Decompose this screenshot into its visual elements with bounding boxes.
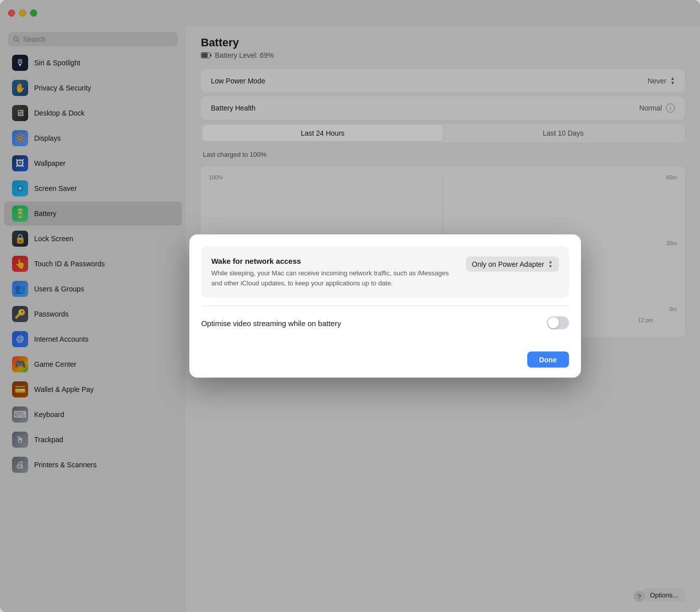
modal-divider: [201, 306, 569, 307]
system-settings-window: Search 🎙 Siri & Spotlight ✋ Privacy & Se…: [0, 0, 700, 612]
wake-row: Wake for network access While sleeping, …: [211, 257, 559, 288]
wake-stepper: ▲ ▼: [548, 260, 553, 269]
done-button[interactable]: Done: [527, 352, 569, 368]
wake-select-value: Only on Power Adapter: [472, 260, 544, 268]
wake-select[interactable]: Only on Power Adapter ▲ ▼: [466, 257, 559, 272]
modal-content: Wake for network access While sleeping, …: [189, 235, 581, 344]
optimise-label: Optimise video streaming while on batter…: [201, 319, 341, 327]
modal-footer: Done: [189, 344, 581, 378]
battery-options-modal: Wake for network access While sleeping, …: [189, 235, 581, 378]
wake-section: Wake for network access While sleeping, …: [201, 247, 569, 298]
wake-text: Wake for network access While sleeping, …: [211, 257, 456, 288]
wake-title: Wake for network access: [211, 257, 456, 265]
toggle-knob: [548, 318, 559, 329]
wake-desc: While sleeping, your Mac can receive inc…: [211, 268, 456, 288]
optimise-row: Optimise video streaming while on batter…: [201, 315, 569, 332]
optimise-toggle[interactable]: [547, 317, 569, 330]
